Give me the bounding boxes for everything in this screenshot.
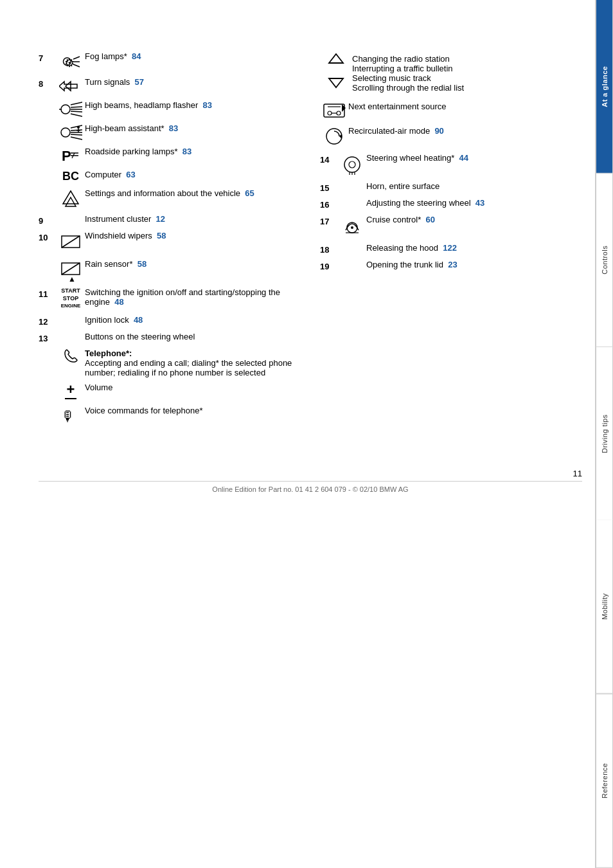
item-14-number: 14 [320, 153, 338, 165]
link-ignition-lock[interactable]: 48 [134, 315, 143, 325]
bc-icon: BC [57, 170, 85, 183]
item-11-desc: Switching the ignition on/off and starti… [85, 287, 301, 307]
item-17: 17 Cruise control* 60 [320, 215, 582, 238]
link-settings[interactable]: 65 [245, 188, 254, 198]
svg-marker-44 [339, 134, 342, 139]
item-rain-sensor: ▲ Rain sensor* 58 [39, 259, 301, 282]
wiper-icon [57, 231, 85, 254]
item-settings-desc: Settings and information about the vehic… [85, 188, 301, 198]
item-15-number: 15 [320, 181, 338, 193]
item-parking-desc: Roadside parking lamps* 83 [85, 147, 301, 156]
item-high-beams: High beams, headlamp flasher 83 [39, 100, 301, 118]
item-radio-arrows: Changing the radio station Interrupting … [320, 51, 582, 93]
item-8-desc: Turn signals 57 [85, 77, 301, 87]
side-tabs: At a glance Controls Driving tips Mobili… [595, 0, 613, 868]
item-rain-sensor-desc: Rain sensor* 58 [85, 259, 301, 269]
svg-point-38 [328, 111, 332, 115]
link-cruise[interactable]: 60 [426, 215, 435, 224]
item-settings: Settings and information about the vehic… [39, 188, 301, 209]
fog-lamp-icon: ⊙ ⚙ [57, 51, 85, 72]
item-entertainment-desc: Next entertainment source [348, 102, 582, 111]
tab-at-a-glance[interactable]: At a glance [596, 0, 613, 174]
high-beam-assist-icon [57, 123, 85, 141]
item-8-number: 8 [39, 77, 57, 89]
item-13: 13 Buttons on the steering wheel [39, 332, 301, 343]
start-stop-icon: STARTSTOPENGINE [57, 287, 85, 310]
svg-marker-42 [342, 104, 346, 112]
up-down-arrows-icon [320, 51, 352, 90]
svg-point-7 [61, 105, 70, 114]
svg-marker-28 [66, 197, 76, 206]
item-11-number: 11 [39, 287, 57, 299]
svg-line-19 [71, 137, 82, 140]
item-16-number: 16 [320, 198, 338, 210]
item-8: 8 Turn signals 57 [39, 77, 301, 95]
link-recirculate[interactable]: 90 [434, 126, 443, 136]
main-content: 7 ⊙ ⚙ Fog lamps* 84 [0, 0, 595, 868]
item-16: 16 Adjusting the steering wheel 43 [320, 198, 582, 210]
item-computer-desc: Computer 63 [85, 170, 301, 179]
left-column: 7 ⊙ ⚙ Fog lamps* 84 [39, 51, 307, 430]
volume-icon: + [57, 383, 85, 401]
item-high-beam-assist-desc: High-beam assistant* 83 [85, 123, 301, 133]
tab-controls[interactable]: Controls [596, 174, 613, 347]
page-number: 11 [39, 469, 582, 478]
item-15: 15 Horn, entire surface [320, 181, 582, 193]
tab-reference[interactable]: Reference [596, 694, 613, 868]
tab-mobility[interactable]: Mobility [596, 520, 613, 694]
svg-line-10 [71, 107, 82, 107]
right-column: Changing the radio station Interrupting … [320, 51, 582, 430]
svg-marker-5 [66, 82, 77, 91]
item-voice-desc: Voice commands for telephone* [85, 406, 301, 415]
svg-line-13 [71, 114, 82, 116]
cruise-icon [338, 215, 366, 238]
plus-minus-symbol: + [65, 383, 76, 401]
item-16-desc: Adjusting the steering wheel 43 [366, 198, 582, 208]
link-rain-sensor[interactable]: 58 [138, 259, 147, 269]
item-recirculate-desc: Recirculated-air mode 90 [348, 126, 582, 136]
start-stop-text: STARTSTOPENGINE [61, 287, 81, 310]
item-10-number: 10 [39, 231, 57, 242]
item-recirculate: Recirculated-air mode 90 [320, 126, 582, 147]
svg-point-39 [337, 111, 341, 115]
link-computer[interactable]: 63 [126, 170, 135, 179]
item-10-desc: Windshield wipers 58 [85, 231, 301, 240]
item-19: 19 Opening the trunk lid 23 [320, 260, 582, 271]
svg-text:⚙: ⚙ [64, 57, 75, 69]
svg-point-46 [349, 161, 355, 168]
link-wipers[interactable]: 58 [157, 231, 166, 240]
link-ignition[interactable]: 48 [114, 297, 123, 307]
item-voice: 🎙 Voice commands for telephone* [39, 406, 301, 425]
link-parking[interactable]: 83 [182, 147, 191, 156]
item-12-desc: Ignition lock 48 [85, 315, 301, 325]
link-trunk[interactable]: 23 [448, 260, 457, 269]
link-fog-lamps[interactable]: 84 [132, 51, 141, 61]
item-high-beam-assist: High-beam assistant* 83 [39, 123, 301, 141]
item-7: 7 ⊙ ⚙ Fog lamps* 84 [39, 51, 301, 72]
link-hood[interactable]: 122 [443, 243, 457, 253]
svg-point-14 [61, 128, 70, 137]
link-turn-signals[interactable]: 57 [135, 77, 144, 87]
tab-driving-tips[interactable]: Driving tips [596, 347, 613, 521]
two-column-layout: 7 ⊙ ⚙ Fog lamps* 84 [39, 51, 582, 430]
steering-heat-icon [338, 153, 366, 176]
item-10: 10 Windshield wipers 58 [39, 231, 301, 254]
item-18-desc: Releasing the hood 122 [366, 243, 582, 253]
item-14-desc: Steering wheel heating* 44 [366, 153, 582, 163]
item-computer: BC Computer 63 [39, 170, 301, 183]
svg-line-9 [71, 102, 82, 105]
item-parking: P Roadside parking lamps* 83 [39, 147, 301, 165]
svg-marker-36 [329, 78, 343, 87]
link-instrument[interactable]: 12 [156, 214, 165, 224]
telephone-icon [57, 348, 85, 364]
item-telephone: Telephone*: Accepting and ending a call;… [39, 348, 301, 377]
link-high-beam-assist[interactable]: 83 [169, 123, 178, 133]
high-beams-icon [57, 100, 85, 118]
link-high-beams[interactable]: 83 [203, 100, 212, 110]
link-steering-heat[interactable]: 44 [459, 153, 468, 163]
svg-line-18 [71, 134, 82, 135]
item-13-desc: Buttons on the steering wheel [85, 332, 301, 341]
svg-line-32 [62, 263, 80, 275]
link-steering-adjust[interactable]: 43 [475, 198, 484, 208]
item-17-desc: Cruise control* 60 [366, 215, 582, 224]
